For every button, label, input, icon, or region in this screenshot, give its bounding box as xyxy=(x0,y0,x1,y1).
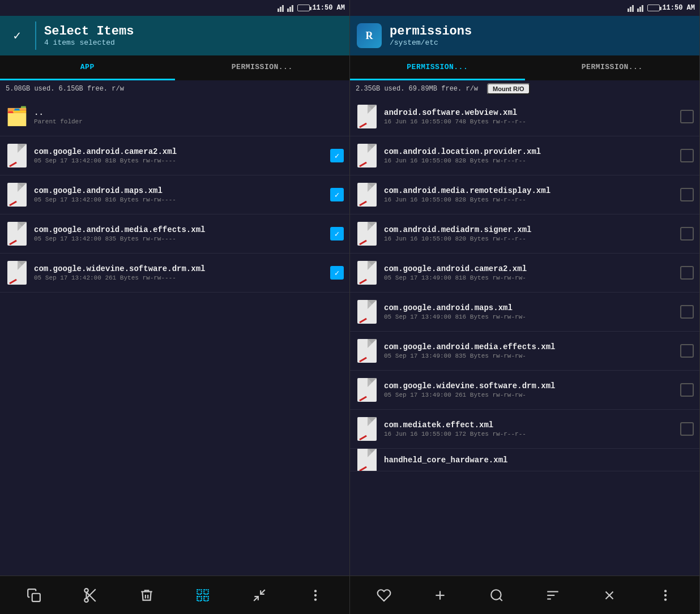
list-item[interactable]: com.android.mediadrm.signer.xml 16 Jun 1… xyxy=(350,214,699,254)
app-icon: R xyxy=(357,23,382,48)
left-storage-info: 5.08GB used. 6.15GB free. r/w xyxy=(6,85,124,93)
checkbox[interactable] xyxy=(680,422,694,436)
list-item[interactable]: com.google.android.maps.xml 05 Sep 17 13… xyxy=(0,175,349,214)
tab-permission-right-1[interactable]: PERMISSION... xyxy=(350,55,525,80)
list-item[interactable]: com.google.android.maps.xml 05 Sep 17 13… xyxy=(350,293,699,332)
more-options-button-left[interactable] xyxy=(303,583,328,608)
svg-rect-14 xyxy=(198,596,202,601)
checkbox[interactable] xyxy=(330,227,344,241)
cut-button[interactable] xyxy=(78,583,103,608)
file-name: .. xyxy=(34,108,344,117)
list-item[interactable]: com.google.widevine.software.drm.xml 05 … xyxy=(0,254,349,293)
file-info: com.google.android.camera2.xml 05 Sep 17… xyxy=(34,147,325,164)
xml-file-icon xyxy=(356,337,378,364)
select-all-button[interactable] xyxy=(190,583,215,608)
checkbox[interactable] xyxy=(330,266,344,280)
file-name: com.google.android.media.effects.xml xyxy=(384,342,675,351)
checkbox[interactable] xyxy=(680,344,694,358)
svg-line-17 xyxy=(261,590,265,594)
file-meta: 16 Jun 16 10:55:00 828 Bytes rw-r--r-- xyxy=(384,196,675,203)
copy-button[interactable] xyxy=(22,583,46,608)
right-file-list[interactable]: android.software.webview.xml 16 Jun 16 1… xyxy=(350,97,699,576)
check-button[interactable]: ✓ xyxy=(7,25,27,46)
file-info: com.mediatek.effect.xml 16 Jun 16 10:55:… xyxy=(384,420,675,437)
right-status-bar: 11:50 AM xyxy=(350,0,699,16)
header-title-group-right: permissions /system/etc xyxy=(390,24,472,47)
more-options-button-right[interactable] xyxy=(653,583,678,608)
compress-button[interactable] xyxy=(247,583,272,608)
file-meta: 16 Jun 16 10:55:00 172 Bytes rw-r--r-- xyxy=(384,431,675,437)
list-item[interactable]: android.software.webview.xml 16 Jun 16 1… xyxy=(350,97,699,136)
battery-right xyxy=(647,5,660,11)
svg-rect-0 xyxy=(278,8,279,12)
file-name: com.android.mediadrm.signer.xml xyxy=(384,225,675,234)
signal-icons-right xyxy=(628,4,645,12)
time-left: 11:50 AM xyxy=(312,4,345,12)
svg-rect-4 xyxy=(289,7,291,12)
svg-point-29 xyxy=(491,590,501,599)
close-button[interactable] xyxy=(597,583,622,608)
header-divider-left xyxy=(35,22,36,50)
file-info: com.google.widevine.software.drm.xml 05 … xyxy=(384,381,675,398)
svg-rect-2 xyxy=(282,5,284,12)
tab-app[interactable]: APP xyxy=(0,55,175,80)
xml-file-icon xyxy=(356,415,378,443)
list-item[interactable]: 🗂️ .. Parent folder xyxy=(0,97,349,136)
svg-rect-12 xyxy=(198,590,202,594)
file-name: com.mediatek.effect.xml xyxy=(384,420,675,430)
file-name: handheld_core_hardware.xml xyxy=(384,456,694,465)
list-item[interactable]: com.google.widevine.software.drm.xml 05 … xyxy=(350,371,699,410)
checkbox[interactable] xyxy=(680,227,694,241)
checkbox[interactable] xyxy=(680,305,694,319)
left-header: ✓ Select Items 4 items selected xyxy=(0,16,349,55)
file-meta: 16 Jun 16 10:55:00 828 Bytes rw-r--r-- xyxy=(384,157,675,164)
xml-file-icon xyxy=(356,220,378,247)
list-item[interactable]: com.google.android.media.effects.xml 05 … xyxy=(0,214,349,254)
left-status-bar: 11:50 AM xyxy=(0,0,349,16)
xml-file-icon xyxy=(356,298,378,325)
checkbox[interactable] xyxy=(680,266,694,280)
list-item[interactable]: com.google.android.media.effects.xml 05 … xyxy=(350,332,699,371)
list-item[interactable]: com.android.media.remotedisplay.xml 16 J… xyxy=(350,175,699,214)
file-info: com.google.android.media.effects.xml 05 … xyxy=(34,225,325,242)
sort-button[interactable] xyxy=(540,583,565,608)
file-info: handheld_core_hardware.xml xyxy=(384,456,694,465)
search-button[interactable] xyxy=(484,583,509,608)
list-item[interactable]: com.mediatek.effect.xml 16 Jun 16 10:55:… xyxy=(350,410,699,449)
file-info: com.google.android.maps.xml 05 Sep 17 13… xyxy=(384,303,675,320)
tab-permission-left[interactable]: PERMISSION... xyxy=(175,55,350,80)
checkbox[interactable] xyxy=(680,149,694,162)
add-button[interactable] xyxy=(428,583,453,608)
list-item[interactable]: com.google.android.camera2.xml 05 Sep 17… xyxy=(350,254,699,293)
svg-rect-1 xyxy=(280,7,281,12)
file-name: com.google.android.media.effects.xml xyxy=(34,225,325,234)
checkbox[interactable] xyxy=(680,383,694,397)
list-item[interactable]: com.google.android.camera2.xml 05 Sep 17… xyxy=(0,136,349,175)
file-info: com.android.media.remotedisplay.xml 16 J… xyxy=(384,186,675,203)
checkbox[interactable] xyxy=(330,149,344,162)
file-name: com.google.android.camera2.xml xyxy=(384,264,675,273)
xml-file-icon xyxy=(6,259,28,286)
svg-point-38 xyxy=(664,598,667,600)
svg-line-30 xyxy=(500,598,502,601)
svg-point-36 xyxy=(664,590,667,592)
tab-permission-right-2[interactable]: PERMISSION... xyxy=(525,55,700,80)
mount-button[interactable]: Mount R/O xyxy=(487,83,530,95)
file-meta: 05 Sep 17 13:49:00 835 Bytes rw-rw-rw- xyxy=(384,353,675,359)
list-item[interactable]: com.android.location.provider.xml 16 Jun… xyxy=(350,136,699,175)
right-bottom-toolbar xyxy=(350,576,699,614)
file-name: com.google.android.camera2.xml xyxy=(34,147,325,156)
checkbox[interactable] xyxy=(330,188,344,201)
favorite-button[interactable] xyxy=(372,583,396,608)
svg-rect-3 xyxy=(287,8,289,12)
delete-button[interactable] xyxy=(134,583,159,608)
file-meta: 05 Sep 17 13:49:00 816 Bytes rw-rw-rw- xyxy=(384,314,675,320)
left-file-list[interactable]: 🗂️ .. Parent folder com.google.android.c… xyxy=(0,97,349,576)
xml-file-icon xyxy=(356,181,378,208)
checkbox[interactable] xyxy=(680,188,694,201)
list-item[interactable]: handheld_core_hardware.xml xyxy=(350,449,699,471)
checkbox[interactable] xyxy=(680,110,694,123)
time-right: 11:50 AM xyxy=(662,4,695,12)
file-meta: 16 Jun 16 10:55:00 748 Bytes rw-r--r-- xyxy=(384,118,675,125)
svg-rect-15 xyxy=(204,596,208,601)
